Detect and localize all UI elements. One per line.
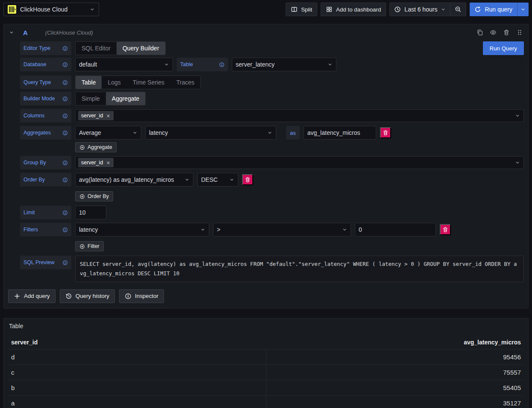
duplicate-query-icon[interactable] [476, 29, 483, 36]
option-query-builder[interactable]: Query Builder [117, 42, 165, 55]
filter-column-select[interactable]: latency [75, 223, 209, 236]
split-button[interactable]: Split [286, 3, 317, 16]
cell-avg-latency-micros: 75557 [503, 369, 521, 376]
trash-icon [442, 227, 448, 233]
limit-input[interactable]: 10 [75, 206, 106, 219]
chevron-down-icon [342, 227, 347, 232]
database-select[interactable]: default [75, 58, 173, 71]
option-aggregate[interactable]: Aggregate [106, 92, 146, 105]
clickhouse-logo-icon [8, 5, 16, 14]
columns-row: Columns server_id [20, 109, 524, 122]
remove-filter-button[interactable] [440, 224, 451, 235]
run-query-dropdown[interactable] [517, 3, 529, 16]
cell-server-id: a [11, 399, 15, 407]
filter-operator-select[interactable]: > [213, 223, 351, 236]
add-aggregate-row: Aggregate [20, 142, 524, 152]
group-by-row: Group By server_id [20, 156, 524, 169]
collapse-chevron-icon[interactable] [9, 30, 14, 35]
info-icon[interactable] [62, 210, 68, 216]
info-icon[interactable] [62, 160, 68, 166]
run-query-button-editor[interactable]: Run Query [483, 41, 524, 55]
info-icon[interactable] [62, 46, 68, 51]
time-range-label: Last 6 hours [404, 6, 437, 13]
order-direction-select[interactable]: DESC [197, 173, 238, 187]
plus-icon [14, 293, 20, 300]
tag-server-id[interactable]: server_id [78, 158, 114, 167]
cell-server-id: c [11, 369, 15, 376]
inspector-button[interactable]: Inspector [119, 289, 164, 303]
cell-avg-latency-micros: 55405 [503, 384, 521, 391]
tag-remove-icon[interactable] [106, 160, 111, 165]
info-icon[interactable] [62, 80, 68, 85]
option-sql-editor[interactable]: SQL Editor [76, 42, 117, 55]
option-traces[interactable]: Traces [170, 76, 200, 89]
order-by-label: Order By [20, 173, 71, 187]
chevron-down-icon [164, 62, 169, 67]
aggregate-column-select[interactable]: latency [145, 126, 276, 140]
add-to-dashboard-button[interactable]: Add to dashboard [321, 3, 386, 16]
query-type-row: Query Type Table Logs Time Series Traces [20, 76, 524, 89]
info-icon[interactable] [62, 260, 68, 265]
datasource-picker[interactable]: ClickHouse Cloud [3, 3, 99, 16]
sync-icon [474, 6, 481, 13]
aggregate-alias-input[interactable]: avg_latency_micros [304, 126, 376, 140]
info-icon[interactable] [62, 113, 68, 119]
add-filter-row: Filter [20, 241, 524, 251]
toolbar-actions: Split Add to dashboard Last 6 hours Run … [286, 3, 529, 16]
column-header-server-id[interactable]: server_id [11, 339, 38, 346]
order-by-row: Order By avg(latency) as avg_latency_mic… [20, 173, 524, 187]
query-builder-form: Editor Type SQL Editor Query Builder Run… [4, 41, 528, 285]
chevron-down-icon [90, 7, 95, 12]
trash-icon [245, 177, 251, 183]
tag-server-id[interactable]: server_id [78, 111, 114, 120]
add-filter-button[interactable]: Filter [75, 241, 104, 251]
chevron-down-icon [184, 177, 190, 182]
option-table[interactable]: Table [76, 76, 102, 89]
cell-server-id: b [11, 384, 15, 391]
table-panel: Table server_id avg_latency_micros d 954… [3, 318, 529, 408]
add-aggregate-button[interactable]: Aggregate [75, 142, 117, 152]
chevron-down-icon [200, 227, 205, 232]
tag-remove-icon[interactable] [106, 114, 111, 118]
builder-mode-row: Builder Mode Simple Aggregate [20, 92, 524, 105]
option-time-series[interactable]: Time Series [127, 76, 170, 89]
trash-icon[interactable] [503, 29, 510, 36]
option-simple[interactable]: Simple [76, 92, 106, 105]
add-query-button[interactable]: Add query [8, 289, 56, 303]
query-type-toggle: Table Logs Time Series Traces [75, 76, 201, 89]
datasource-name: ClickHouse Cloud [20, 6, 86, 13]
info-icon[interactable] [62, 130, 68, 136]
option-logs[interactable]: Logs [102, 76, 126, 89]
columns-multiselect[interactable]: server_id [75, 109, 524, 122]
info-icon[interactable] [62, 96, 68, 102]
query-editor-footer: Add query Query history Inspector [4, 285, 528, 308]
time-range-picker[interactable]: Last 6 hours [390, 3, 450, 16]
info-icon[interactable] [219, 62, 225, 67]
table-select[interactable]: server_latency [232, 58, 336, 71]
aggregate-function-select[interactable]: Average [75, 126, 141, 140]
filter-value-input[interactable]: 0 [355, 223, 436, 236]
group-by-multiselect[interactable]: server_id [75, 156, 524, 169]
chevron-down-icon [229, 177, 234, 182]
query-type-label: Query Type [20, 76, 71, 89]
info-icon[interactable] [62, 62, 68, 67]
limit-row: Limit 10 [20, 206, 524, 219]
remove-aggregate-button[interactable] [380, 127, 391, 138]
order-by-select[interactable]: avg(latency) as avg_latency_micros [75, 173, 193, 187]
add-order-by-button[interactable]: Order By [75, 191, 113, 201]
eye-icon[interactable] [490, 29, 497, 36]
limit-label: Limit [20, 206, 71, 219]
remove-order-by-button[interactable] [242, 174, 253, 185]
info-icon[interactable] [62, 227, 68, 233]
history-icon [65, 293, 72, 300]
drag-handle-icon[interactable] [516, 29, 523, 36]
builder-mode-toggle: Simple Aggregate [75, 92, 146, 105]
query-history-button[interactable]: Query history [60, 289, 115, 303]
run-query-split-button: Run query [470, 3, 529, 16]
info-icon[interactable] [62, 177, 68, 183]
split-label: Split [301, 6, 312, 13]
column-header-avg-latency-micros[interactable]: avg_latency_micros [464, 339, 521, 346]
time-zoom-out-button[interactable] [450, 3, 466, 16]
table-body: d 95456 c 75557 b 55405 a 35127 [8, 349, 524, 408]
run-query-button[interactable]: Run query [470, 3, 517, 16]
